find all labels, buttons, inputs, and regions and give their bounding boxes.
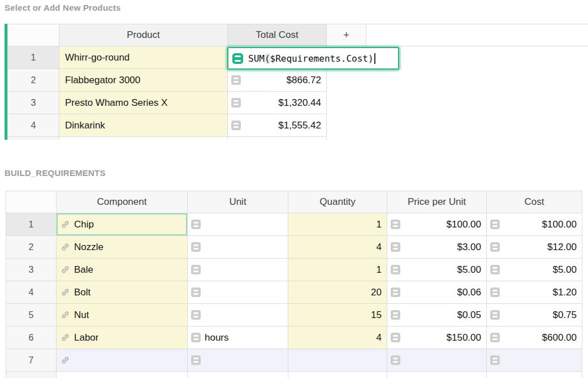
unit-cell[interactable]: [188, 349, 288, 372]
unit-cell[interactable]: [188, 372, 288, 378]
row-number[interactable]: 4: [7, 114, 59, 137]
price-per-unit-cell[interactable]: $0.05: [387, 304, 487, 327]
unit-cell[interactable]: [188, 213, 288, 236]
column-header-quantity[interactable]: Quantity: [288, 191, 387, 213]
partial-next-row: [7, 137, 588, 140]
cost-cell[interactable]: $1.20: [487, 281, 582, 304]
row-number[interactable]: 1: [7, 46, 59, 69]
link-icon: [60, 355, 70, 365]
product-cell[interactable]: Presto Whamo Series X: [59, 92, 228, 114]
column-header-component[interactable]: Component: [57, 191, 188, 213]
row-number[interactable]: 7: [6, 349, 57, 372]
add-column-button[interactable]: +: [327, 24, 366, 46]
table-row: 4Bolt20$0.06$1.20: [6, 281, 582, 304]
product-cell[interactable]: Flabbegator 3000: [59, 69, 228, 92]
price-per-unit-cell[interactable]: [387, 372, 487, 378]
table-row: 6Laborhours4$150.00$600.00: [6, 327, 582, 349]
unit-cell[interactable]: [188, 281, 288, 304]
component-cell[interactable]: Nozzle: [57, 236, 188, 259]
price-per-unit-cell[interactable]: $5.00: [387, 259, 487, 281]
quantity-cell[interactable]: 4: [288, 236, 387, 259]
text-cursor: [374, 53, 375, 64]
unit-cell[interactable]: [188, 259, 288, 281]
column-header-unit[interactable]: Unit: [188, 191, 288, 213]
price-per-unit-cell[interactable]: $100.00: [387, 213, 487, 236]
total-cost-cell[interactable]: $866.72: [228, 69, 327, 92]
product-cell[interactable]: Whirr-go-round: [59, 46, 228, 69]
link-icon: [60, 242, 70, 252]
component-cell[interactable]: [57, 349, 188, 372]
cost-cell[interactable]: $12.00: [487, 236, 582, 259]
quantity-cell[interactable]: 1: [288, 259, 387, 281]
formula-icon: [231, 75, 241, 85]
formula-text[interactable]: SUM($Requirements.Cost): [248, 53, 374, 64]
unit-cell[interactable]: [188, 304, 288, 327]
quantity-cell[interactable]: 15: [288, 304, 387, 327]
price-per-unit-cell[interactable]: [387, 349, 487, 372]
table-row: 2Nozzle4$3.00$12.00: [6, 236, 582, 259]
formula-icon: [490, 220, 500, 229]
cost-cell[interactable]: $600.00: [487, 327, 582, 349]
formula-icon: [391, 355, 400, 365]
quantity-cell[interactable]: 20: [288, 281, 387, 304]
unit-cell[interactable]: hours: [188, 327, 288, 349]
column-header-product[interactable]: Product: [59, 24, 228, 46]
total-cost-cell[interactable]: [228, 137, 327, 140]
formula-editor[interactable]: SUM($Requirements.Cost): [227, 47, 399, 70]
column-header-total-cost[interactable]: Total Cost: [228, 24, 327, 46]
link-icon: [60, 310, 70, 320]
cost-cell[interactable]: $5.00: [487, 259, 582, 281]
link-icon: [60, 220, 70, 229]
component-cell[interactable]: Bolt: [57, 281, 188, 304]
component-name: Chip: [74, 219, 94, 230]
cost-cell[interactable]: $0.75: [487, 304, 582, 327]
cost-cell[interactable]: [487, 349, 582, 372]
quantity-cell[interactable]: [288, 372, 387, 378]
total-cost-cell[interactable]: $1,320.44: [228, 92, 327, 114]
component-cell[interactable]: Bale: [57, 259, 188, 281]
product-cell[interactable]: [59, 137, 228, 140]
component-cell[interactable]: Chip: [57, 213, 188, 236]
row-number[interactable]: 3: [7, 92, 59, 114]
partial-next-row: [6, 372, 582, 378]
row-number[interactable]: 2: [7, 69, 59, 92]
quantity-cell[interactable]: [288, 349, 387, 372]
formula-icon: [391, 220, 400, 229]
row-number[interactable]: [7, 137, 59, 140]
column-header-cost[interactable]: Cost: [487, 191, 582, 213]
component-cell[interactable]: [57, 372, 188, 378]
row-number[interactable]: 1: [6, 213, 57, 236]
row-number[interactable]: 6: [6, 327, 57, 349]
corner-cell[interactable]: [6, 191, 57, 213]
corner-cell[interactable]: [7, 24, 59, 46]
total-cost-cell[interactable]: $1,555.42: [228, 114, 327, 137]
column-header-price-per-unit[interactable]: Price per Unit: [387, 191, 487, 213]
requirements-header-row: Component Unit Quantity Price per Unit C…: [6, 191, 582, 213]
quantity-cell[interactable]: 1: [288, 213, 387, 236]
row-number[interactable]: 5: [6, 304, 57, 327]
price-per-unit-cell[interactable]: $3.00: [387, 236, 487, 259]
cost-cell[interactable]: [487, 372, 582, 378]
cost-value: $100.00: [542, 219, 577, 230]
table-row: 7: [6, 349, 582, 372]
row-number[interactable]: 2: [6, 236, 57, 259]
row-number[interactable]: 4: [6, 281, 57, 304]
row-number[interactable]: [6, 372, 57, 378]
component-cell[interactable]: Nut: [57, 304, 188, 327]
cost-value: $1.20: [552, 287, 577, 298]
price-per-unit-cell[interactable]: $150.00: [387, 327, 487, 349]
component-cell[interactable]: Labor: [57, 327, 188, 349]
formula-icon: [391, 242, 400, 252]
unit-cell[interactable]: [188, 236, 288, 259]
component-name: Nozzle: [74, 242, 103, 253]
total-cost-value: $1,555.42: [278, 120, 321, 131]
formula-icon: [391, 333, 400, 342]
price-per-unit-value: $5.00: [457, 264, 481, 276]
product-cell[interactable]: Dinkarink: [59, 114, 228, 137]
price-per-unit-cell[interactable]: $0.06: [387, 281, 487, 304]
row-number[interactable]: 3: [6, 259, 57, 281]
cost-cell[interactable]: $100.00: [487, 213, 582, 236]
header-filler: [366, 24, 588, 46]
quantity-cell[interactable]: 4: [288, 327, 387, 349]
products-table: Product Total Cost + 1Whirr-go-round2Fla…: [7, 24, 588, 140]
